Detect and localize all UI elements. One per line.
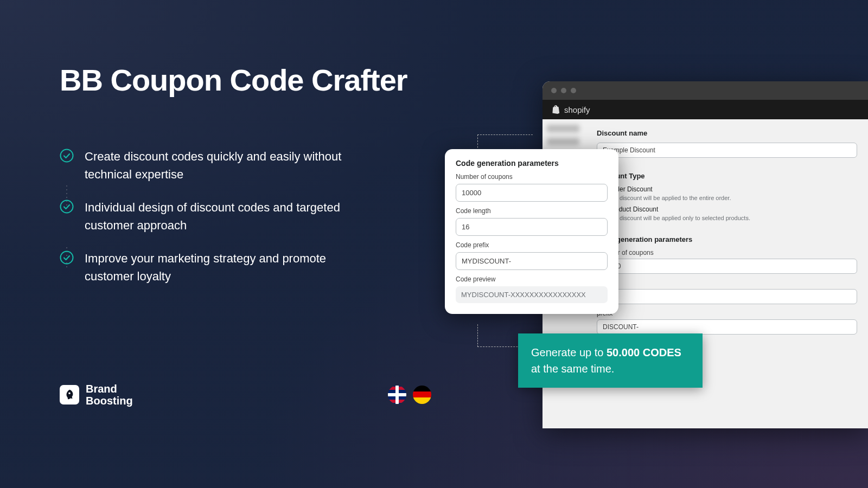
radio-product-discount[interactable]: Product Discount [597,206,857,213]
brand-name: Brand Boosting [86,383,133,407]
page-title: BB Coupon Code Crafter [60,62,407,98]
feature-text: Individual design of discount codes and … [85,198,353,234]
flag-de-icon [413,386,431,404]
callout-banner: Generate up to 50.000 CODES at the same … [518,333,703,388]
traffic-light-icon [571,88,576,93]
prefix-bg-input[interactable] [597,319,857,335]
code-prefix-input[interactable] [456,252,608,270]
check-icon [60,149,74,163]
num-coupons-input[interactable] [456,184,608,202]
rocket-icon [60,385,79,404]
code-preview-field [456,286,608,303]
feature-text: Create discount codes quickly and easily… [85,147,353,183]
discount-name-label: Discount name [597,129,857,137]
radio-desc: The discount will be applied to the enti… [608,195,857,201]
svg-point-1 [61,201,73,213]
discount-type-label: Discount Type [597,172,857,180]
feature-item: Improve your marketing strategy and prom… [60,249,353,285]
brand-logo: Brand Boosting [60,383,133,407]
traffic-light-icon [561,88,566,93]
svg-point-2 [61,252,73,264]
dashed-connector [477,134,533,151]
code-length-label: Code length [456,207,608,215]
code-length-input[interactable] [456,218,608,236]
feature-list: Create discount codes quickly and easily… [60,147,353,300]
radio-desc: The discount will be applied only to sel… [608,215,857,221]
check-icon [60,200,74,214]
shopify-header: shopify [542,100,868,119]
codegen-title: Code generation parameters [456,159,608,168]
feature-item: Create discount codes quickly and easily… [60,147,353,183]
window-titlebar [542,81,868,100]
num-coupons-bg-input[interactable] [597,259,857,274]
radio-order-discount[interactable]: Order Discount [597,185,857,193]
codegen-bg-title: Code generation parameters [597,235,857,243]
code-prefix-label: Code prefix [456,241,608,249]
shopify-icon [551,105,560,114]
codegen-card: Code generation parameters Number of cou… [445,149,618,314]
flag-uk-icon [388,386,406,404]
platform-label: shopify [564,105,590,114]
language-flags [388,386,431,404]
prefix-bg-label: prefix [597,310,857,317]
num-coupons-bg-label: Number of coupons [597,249,857,256]
feature-item: Individual design of discount codes and … [60,198,353,234]
len-bg-label: length [597,279,857,287]
code-preview-label: Code preview [456,275,608,283]
svg-point-0 [61,150,73,162]
len-bg-input[interactable] [597,289,857,304]
feature-text: Improve your marketing strategy and prom… [85,249,353,285]
check-icon [60,251,74,265]
num-coupons-label: Number of coupons [456,173,608,181]
discount-name-input[interactable] [597,143,857,158]
traffic-light-icon [551,88,557,93]
